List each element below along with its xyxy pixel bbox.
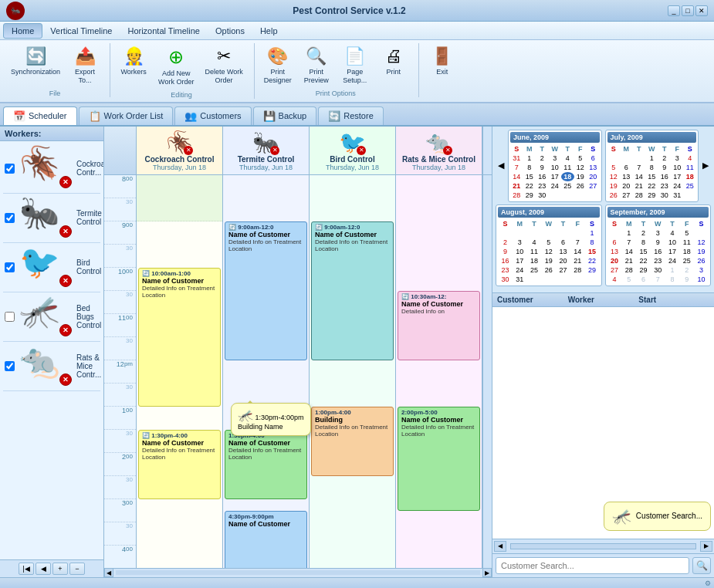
termite-remove-icon[interactable]: ✕ (59, 225, 72, 238)
cal-day[interactable]: 14 (621, 247, 636, 256)
cal-day[interactable]: 15 (585, 247, 600, 256)
menu-home[interactable]: Home (3, 23, 42, 39)
tab-backup[interactable]: 💾 Backup (253, 106, 317, 125)
cal-day[interactable]: 30 (651, 265, 665, 275)
cal-day[interactable]: 24 (671, 181, 684, 191)
cal-day[interactable] (541, 228, 556, 238)
synchronization-button[interactable]: 🔄 Synchronization (6, 43, 65, 88)
cal-day[interactable]: 24 (665, 256, 680, 265)
cal-day[interactable]: 22 (636, 256, 651, 265)
cal-day[interactable]: 7 (570, 238, 585, 247)
cal-day[interactable]: 27 (607, 265, 622, 275)
cal-day[interactable]: 16 (536, 172, 549, 181)
scroll-right-button[interactable]: ▶ (482, 568, 492, 577)
minimize-button[interactable]: _ (668, 5, 680, 16)
cal-day[interactable]: 2 (636, 228, 651, 238)
cal-day[interactable]: 16 (658, 172, 672, 181)
cal-day[interactable]: 2 (679, 265, 694, 275)
cal-day[interactable]: 3 (651, 228, 665, 238)
cal-day[interactable] (498, 228, 513, 238)
cal-day[interactable]: 11 (527, 247, 542, 256)
cal-day[interactable]: 29 (585, 265, 600, 275)
cal-day[interactable]: 21 (633, 181, 646, 191)
cal-day[interactable]: 17 (513, 256, 527, 265)
cal-day[interactable]: 2 (658, 154, 672, 163)
cal-day[interactable]: 8 (523, 163, 536, 172)
cal-day[interactable]: 9 (658, 163, 672, 172)
cal-day[interactable]: 27 (587, 181, 600, 191)
cal-day[interactable]: 21 (570, 256, 585, 265)
window-controls[interactable]: _ □ ✕ (668, 5, 708, 16)
cal-day[interactable]: 17 (665, 247, 680, 256)
cal-day[interactable]: 6 (587, 154, 600, 163)
page-setup-button[interactable]: 📄 PageSetup... (337, 43, 374, 88)
tab-restore[interactable]: 🔄 Restore (318, 106, 384, 125)
cal-day[interactable]: 28 (570, 265, 585, 275)
cal-day[interactable]: 19 (694, 247, 709, 256)
cal-day[interactable]: 11 (679, 238, 694, 247)
appointment[interactable]: 🔄 1:30pm-4:00 Name of Customer Detailed … (138, 430, 221, 499)
cal-day[interactable]: 24 (513, 265, 527, 275)
cal-day[interactable]: 8 (665, 275, 680, 284)
cal-day[interactable]: 19 (574, 172, 587, 181)
cal-day[interactable]: 21 (621, 256, 636, 265)
tab-work-order-list[interactable]: 📋 Work Order List (79, 106, 174, 125)
cal-day[interactable]: 7 (621, 238, 636, 247)
export-button[interactable]: 📤 ExportTo... (66, 43, 103, 88)
cal-day[interactable]: 18 (527, 256, 542, 265)
cal-day[interactable]: 11 (684, 163, 697, 172)
sidebar-first-button[interactable]: |◀ (19, 563, 34, 575)
print-designer-button[interactable]: 🎨 PrintDesigner (259, 43, 296, 88)
cal-day[interactable]: 15 (523, 172, 536, 181)
cal-day[interactable]: 26 (694, 256, 709, 265)
bird-remove-icon[interactable]: ✕ (59, 275, 72, 287)
cal-day[interactable]: 1 (645, 154, 658, 163)
cal-day[interactable]: 8 (645, 163, 658, 172)
cal-day[interactable] (620, 154, 633, 163)
cal-prev-button[interactable]: ◀ (496, 161, 506, 171)
cal-day[interactable]: 23 (536, 181, 549, 191)
cal-day[interactable]: 5 (541, 238, 556, 247)
cal-day[interactable]: 13 (620, 172, 633, 181)
cal-day[interactable]: 17 (549, 172, 562, 181)
cal-day[interactable]: 23 (651, 256, 665, 265)
cal-day[interactable]: 2 (536, 154, 549, 163)
customer-search-button[interactable]: 🔍 (692, 557, 711, 574)
cal-day[interactable]: 4 (527, 238, 542, 247)
cal-day[interactable]: 23 (658, 181, 672, 191)
cal-day[interactable] (513, 228, 527, 238)
bird-col-remove[interactable]: ✕ (357, 146, 366, 155)
cal-day[interactable]: 30 (498, 275, 513, 284)
cal-day[interactable]: 5 (607, 163, 621, 172)
appointment[interactable]: 🔄 9:00am-12:0 Name of Customer Detailed … (311, 221, 394, 360)
cal-day[interactable] (694, 228, 709, 238)
cal-day[interactable]: 4 (665, 228, 680, 238)
cal-day[interactable] (556, 228, 570, 238)
delete-work-order-button[interactable]: ✂ Delete WorkOrder (200, 43, 247, 90)
cal-day[interactable]: 27 (620, 191, 633, 200)
cal-day[interactable]: 3 (549, 154, 562, 163)
cal-day[interactable]: 18 (679, 247, 694, 256)
cal-day[interactable]: 7 (633, 163, 646, 172)
cal-day[interactable]: 30 (536, 191, 549, 200)
cal-day[interactable]: 13 (556, 247, 570, 256)
cal-day[interactable]: 15 (645, 172, 658, 181)
bedbug-remove-icon[interactable]: ✕ (59, 324, 72, 336)
cal-day[interactable]: 20 (587, 172, 600, 181)
bird-checkbox[interactable] (5, 262, 15, 272)
cal-day[interactable]: 4 (684, 154, 697, 163)
cal-day[interactable]: 3 (513, 238, 527, 247)
cal-day-today[interactable]: 18 (561, 172, 574, 181)
cal-day[interactable]: 9 (498, 247, 513, 256)
cal-day[interactable]: 9 (679, 275, 694, 284)
cal-day[interactable]: 29 (645, 191, 658, 200)
cal-day[interactable]: 21 (510, 181, 523, 191)
cal-next-button[interactable]: ▶ (700, 161, 711, 171)
appointment[interactable]: 1:00pm-4:00 Building Detailed Info on Tr… (311, 407, 394, 476)
cal-day[interactable]: 31 (513, 275, 527, 284)
appointment[interactable]: 1:30pm-4:00 Name of Customer Detailed In… (225, 430, 307, 499)
cal-day[interactable]: 1 (523, 154, 536, 163)
print-preview-button[interactable]: 🔍 PrintPreview (298, 43, 335, 88)
sidebar-prev-button[interactable]: ◀ (36, 563, 51, 575)
cal-day[interactable]: 2 (498, 238, 513, 247)
